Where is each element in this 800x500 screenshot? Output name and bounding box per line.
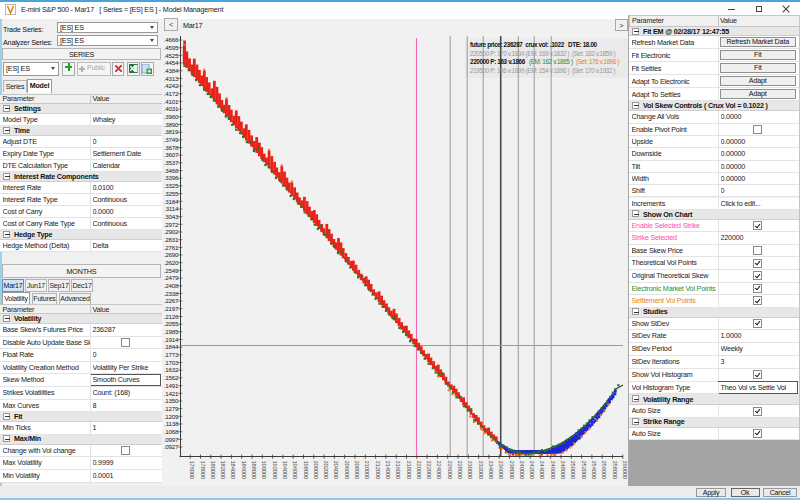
svg-text:252000: 252000 <box>581 461 587 479</box>
svg-text:242000: 242000 <box>529 461 535 479</box>
svg-text:222000: 222000 <box>426 461 432 479</box>
svg-text:.1209: .1209 <box>164 413 179 420</box>
svg-text:194000: 194000 <box>282 461 288 479</box>
svg-text:238000: 238000 <box>509 461 515 479</box>
svg-text:210000: 210000 <box>364 461 370 479</box>
svg-text:200000: 200000 <box>313 461 319 479</box>
svg-text:.2549: .2549 <box>164 267 179 274</box>
svg-text:196000: 196000 <box>292 461 298 479</box>
svg-text:220500 P: 170 v.1834 (EM: 169: 220500 P: 170 v.1834 (EM: 169 v.1832 ) (… <box>470 50 616 58</box>
svg-text:.3466: .3466 <box>164 167 179 174</box>
svg-text:.3043: .3043 <box>164 213 179 220</box>
svg-text:.3607: .3607 <box>164 151 179 158</box>
svg-text:216000: 216000 <box>395 461 401 479</box>
svg-text:219500 P: 156 v.1899 (EM: 154: 219500 P: 156 v.1899 (EM: 154 v.1896 ) (… <box>470 67 616 75</box>
svg-text:.2831: .2831 <box>164 236 179 243</box>
svg-text:(Set: 176 v.1896 ): (Set: 176 v.1896 ) <box>576 58 620 66</box>
svg-text:.4172: .4172 <box>164 90 179 97</box>
svg-text:.2197: .2197 <box>164 305 179 312</box>
svg-text:.4101: .4101 <box>164 98 179 105</box>
svg-text:.1068: .1068 <box>164 428 179 435</box>
svg-text:.3537: .3537 <box>164 159 179 166</box>
svg-text:.4242: .4242 <box>164 82 179 89</box>
svg-text:.2972: .2972 <box>164 221 179 228</box>
svg-text:.3749: .3749 <box>164 136 179 143</box>
svg-text:.4525: .4525 <box>164 52 179 59</box>
svg-text:.1421: .1421 <box>164 390 179 397</box>
svg-text:190000: 190000 <box>261 461 267 479</box>
svg-text:212000: 212000 <box>375 461 381 479</box>
svg-text:204000: 204000 <box>333 461 339 479</box>
svg-text:250000: 250000 <box>570 461 576 479</box>
svg-text:248000: 248000 <box>560 461 566 479</box>
svg-text:.2055: .2055 <box>164 320 179 327</box>
svg-text:.0997: .0997 <box>164 436 179 443</box>
svg-text:.1138: .1138 <box>164 420 179 427</box>
svg-text:244000: 244000 <box>539 461 545 479</box>
svg-text:.1279: .1279 <box>164 405 179 412</box>
svg-text:.2620: .2620 <box>164 259 179 266</box>
svg-text:226000: 226000 <box>447 461 453 479</box>
svg-text:218000: 218000 <box>406 461 412 479</box>
svg-text:198000: 198000 <box>303 461 309 479</box>
svg-text:206000: 206000 <box>344 461 350 479</box>
svg-text:.2126: .2126 <box>164 313 179 320</box>
svg-text:.2338: .2338 <box>164 290 179 297</box>
svg-text:.3819: .3819 <box>164 128 179 135</box>
svg-text:192000: 192000 <box>272 461 278 479</box>
svg-text:188000: 188000 <box>251 461 257 479</box>
svg-text:234000: 234000 <box>488 461 494 479</box>
svg-text:.2761: .2761 <box>164 244 179 251</box>
svg-text:(EM: 162 v.1865 ): (EM: 162 v.1865 ) <box>529 58 573 66</box>
svg-text:.1350: .1350 <box>164 397 179 404</box>
svg-text:178000: 178000 <box>200 461 206 479</box>
svg-text:256000: 256000 <box>601 461 607 479</box>
svg-text:258000: 258000 <box>612 461 618 479</box>
svg-text:.3114: .3114 <box>164 205 179 212</box>
svg-text:.1844: .1844 <box>164 343 179 350</box>
svg-text:260000: 260000 <box>622 461 628 479</box>
svg-text:.3396: .3396 <box>164 174 179 181</box>
svg-text:220000 P: 163 v.1866: 220000 P: 163 v.1866 <box>470 58 526 65</box>
svg-text:.2479: .2479 <box>164 274 179 281</box>
svg-text:.3890: .3890 <box>164 121 179 128</box>
svg-text:.4666: .4666 <box>164 36 179 43</box>
svg-text:.2408: .2408 <box>164 282 179 289</box>
svg-text:.3184: .3184 <box>164 198 179 205</box>
svg-text:254000: 254000 <box>591 461 597 479</box>
svg-text:.2902: .2902 <box>164 228 179 235</box>
svg-text:.1914: .1914 <box>164 336 179 343</box>
svg-text:228000: 228000 <box>457 461 463 479</box>
svg-text:232000: 232000 <box>478 461 484 479</box>
svg-text:.1632: .1632 <box>164 366 179 373</box>
svg-text:182000: 182000 <box>220 461 226 479</box>
svg-text:.4384: .4384 <box>164 67 179 74</box>
svg-text:.3325: .3325 <box>164 182 179 189</box>
svg-text:future price: 236287 crux vol: future price: 236287 crux vol: .1022 DTE… <box>470 41 598 49</box>
svg-text:.1491: .1491 <box>164 382 179 389</box>
svg-text:.1985: .1985 <box>164 328 179 335</box>
svg-text:224000: 224000 <box>436 461 442 479</box>
svg-text:.2690: .2690 <box>164 251 179 258</box>
svg-text:230000: 230000 <box>467 461 473 479</box>
svg-text:186000: 186000 <box>241 461 247 479</box>
svg-text:184000: 184000 <box>230 461 236 479</box>
svg-text:180000: 180000 <box>210 461 216 479</box>
svg-text:.1773: .1773 <box>164 351 179 358</box>
svg-text:.4595: .4595 <box>164 44 179 51</box>
svg-text:.1703: .1703 <box>164 359 179 366</box>
svg-text:.2267: .2267 <box>164 297 179 304</box>
svg-text:208000: 208000 <box>354 461 360 479</box>
svg-text:.3678: .3678 <box>164 144 179 151</box>
svg-text:.4031: .4031 <box>164 105 179 112</box>
svg-text:.1562: .1562 <box>164 374 179 381</box>
svg-text:202000: 202000 <box>323 461 329 479</box>
svg-text:214000: 214000 <box>385 461 391 479</box>
svg-text:246000: 246000 <box>550 461 556 479</box>
svg-text:.0927: .0927 <box>164 443 179 450</box>
svg-text:.4313: .4313 <box>164 75 179 82</box>
svg-text:.4454: .4454 <box>164 59 179 66</box>
svg-text:220000: 220000 <box>416 461 422 479</box>
svg-text:176000: 176000 <box>189 461 195 479</box>
svg-text:.3255: .3255 <box>164 190 179 197</box>
